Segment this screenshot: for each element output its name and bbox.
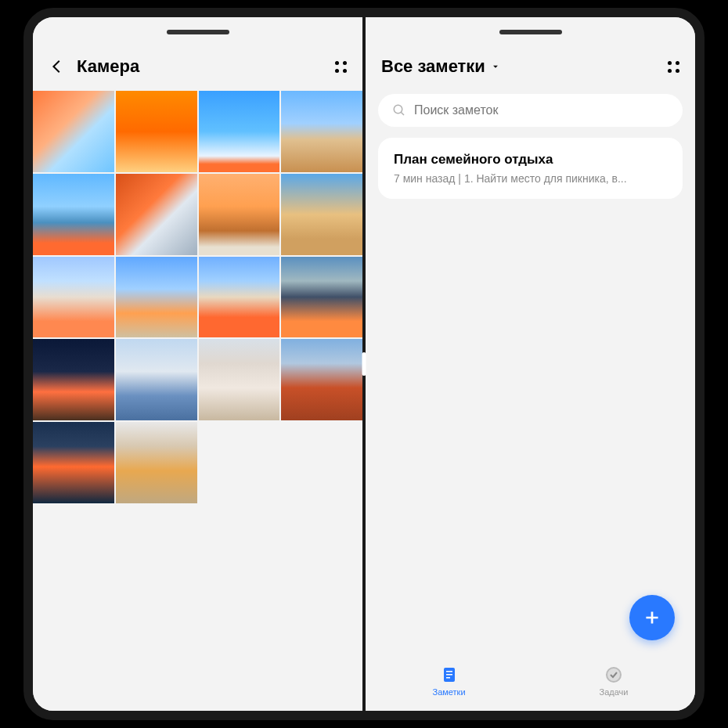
chevron-down-icon <box>490 61 501 72</box>
svg-rect-7 <box>446 677 450 679</box>
photo-thumb[interactable] <box>199 174 280 255</box>
photo-thumb[interactable] <box>199 339 280 420</box>
tab-tasks[interactable]: Задачи <box>600 665 629 697</box>
photo-thumb[interactable] <box>199 91 280 172</box>
note-meta: 7 мин назад | 1. Найти место для пикника… <box>394 172 667 185</box>
notes-title-dropdown[interactable]: Все заметки <box>381 56 501 77</box>
photo-thumb[interactable] <box>116 174 197 255</box>
speaker-grille <box>499 30 562 34</box>
notes-title: Все заметки <box>381 56 485 77</box>
photo-grid <box>33 91 362 503</box>
gallery-header: Камера <box>33 17 362 91</box>
gallery-app: Камера <box>33 17 364 711</box>
tab-tasks-label: Задачи <box>600 687 629 697</box>
notes-header: Все заметки <box>366 17 695 91</box>
notes-icon <box>440 665 459 684</box>
svg-rect-6 <box>446 674 452 676</box>
tasks-icon <box>604 665 623 684</box>
more-icon[interactable] <box>668 61 679 73</box>
note-item[interactable]: План семейного отдыха 7 мин назад | 1. Н… <box>378 138 683 199</box>
photo-thumb[interactable] <box>281 91 362 172</box>
svg-rect-5 <box>446 671 452 672</box>
gallery-title: Камера <box>77 56 139 77</box>
photo-thumb[interactable] <box>33 91 114 172</box>
photo-thumb[interactable] <box>116 339 197 420</box>
svg-point-8 <box>607 668 621 682</box>
tab-notes[interactable]: Заметки <box>432 665 465 697</box>
photo-thumb[interactable] <box>281 174 362 255</box>
svg-point-0 <box>394 105 402 114</box>
search-icon <box>392 103 406 117</box>
photo-thumb[interactable] <box>33 339 114 420</box>
hinge-handle[interactable] <box>362 352 366 376</box>
note-title: План семейного отдыха <box>394 152 667 168</box>
tab-notes-label: Заметки <box>432 687 465 697</box>
photo-thumb[interactable] <box>199 257 280 338</box>
photo-thumb[interactable] <box>116 422 197 503</box>
notes-app: Все заметки План семейного отдыха 7 мин … <box>364 17 695 711</box>
photo-thumb[interactable] <box>281 339 362 420</box>
plus-icon <box>642 607 662 628</box>
back-icon[interactable] <box>49 58 66 75</box>
empty-cell <box>281 422 362 503</box>
search-bar[interactable] <box>378 94 683 127</box>
photo-thumb[interactable] <box>33 422 114 503</box>
bottom-tabs: Заметки Задачи <box>366 665 695 697</box>
more-icon[interactable] <box>335 61 347 73</box>
svg-line-1 <box>401 112 404 115</box>
search-input[interactable] <box>414 103 669 117</box>
speaker-grille <box>167 30 229 34</box>
photo-thumb[interactable] <box>33 257 114 338</box>
photo-thumb[interactable] <box>116 257 197 338</box>
empty-cell <box>199 422 280 503</box>
foldable-device: Камера Все заметки План семейного отдыха <box>23 8 705 720</box>
add-note-button[interactable] <box>629 595 675 640</box>
photo-thumb[interactable] <box>33 174 114 255</box>
photo-thumb[interactable] <box>116 91 197 172</box>
photo-thumb[interactable] <box>281 257 362 338</box>
